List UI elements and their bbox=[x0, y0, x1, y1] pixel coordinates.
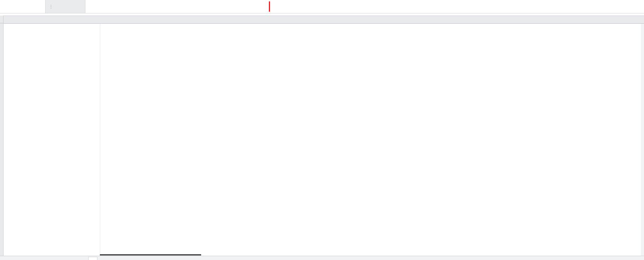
column-headers bbox=[0, 16, 644, 24]
formula-input[interactable] bbox=[85, 0, 644, 13]
row-headers bbox=[0, 23, 4, 256]
excel-app: ⋮ bbox=[0, 0, 644, 260]
sheet-tab[interactable] bbox=[88, 257, 97, 260]
range-bottom-border bbox=[100, 254, 201, 255]
enter-button[interactable] bbox=[66, 0, 76, 13]
name-box[interactable] bbox=[0, 0, 46, 13]
insert-function-button[interactable] bbox=[76, 0, 85, 13]
cells-grid bbox=[0, 0, 644, 260]
formula-bar-handle-icon: ⋮ bbox=[46, 0, 56, 13]
formula-bar: ⋮ bbox=[0, 0, 644, 13]
sheet-tab-bar bbox=[0, 256, 644, 260]
cancel-button[interactable] bbox=[56, 0, 66, 13]
select-all-corner[interactable] bbox=[0, 16, 4, 23]
cursor-marker bbox=[269, 1, 270, 12]
